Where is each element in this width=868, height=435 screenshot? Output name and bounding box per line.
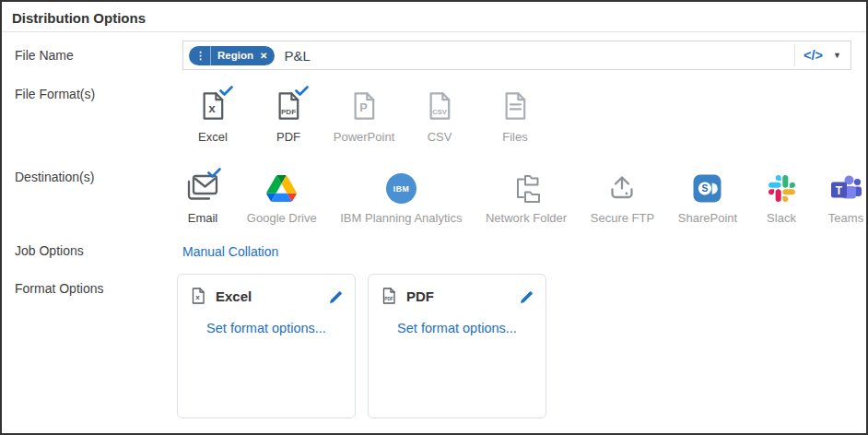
- destination-ibm-planning-analytics[interactable]: IBM IBM Planning Analytics: [341, 170, 463, 225]
- format-option-powerpoint[interactable]: P PowerPoint: [334, 87, 394, 144]
- pencil-icon: [328, 288, 344, 304]
- format-options-row: Format Options x Excel: [2, 274, 866, 418]
- file-name-row: File Name ⋮ Region ✕ P&L </> ▼: [2, 41, 866, 70]
- slack-icon: [768, 170, 795, 206]
- job-options-row: Job Options Manual Collation: [2, 243, 866, 260]
- chevron-down-icon[interactable]: ▼: [831, 49, 843, 62]
- check-icon: [207, 165, 221, 182]
- set-pdf-format-options-link[interactable]: Set format options...: [380, 321, 534, 335]
- edit-excel-format-button[interactable]: [328, 288, 344, 304]
- file-name-label: File Name: [2, 41, 182, 70]
- distribution-options-panel: Distribution Options File Name ⋮ Region …: [0, 0, 868, 435]
- svg-text:CSV: CSV: [432, 108, 448, 116]
- svg-text:x: x: [195, 293, 200, 301]
- powerpoint-file-icon: P: [348, 87, 380, 125]
- excel-format-card: x Excel Set format options...: [177, 274, 356, 418]
- pdf-file-icon: PDF: [380, 286, 398, 306]
- destination-teams[interactable]: T Teams: [826, 170, 866, 225]
- file-formats-label: File Format(s): [2, 87, 182, 101]
- file-formats-row: File Format(s) x Excel: [2, 87, 866, 144]
- svg-text:S: S: [702, 183, 709, 194]
- sharepoint-icon: S: [693, 170, 721, 206]
- manual-collation-link[interactable]: Manual Collation: [182, 244, 278, 259]
- teams-icon: T: [830, 170, 862, 206]
- google-drive-icon: [266, 170, 297, 206]
- ibm-planning-analytics-icon: IBM: [385, 170, 417, 206]
- edit-pdf-format-button[interactable]: [519, 288, 534, 304]
- file-name-value[interactable]: P&L: [284, 48, 310, 64]
- svg-text:P: P: [359, 100, 368, 114]
- destination-google-drive[interactable]: Google Drive: [247, 170, 317, 225]
- destinations-label: Destination(s): [2, 170, 182, 184]
- destinations-row: Destination(s) Email: [2, 170, 866, 225]
- format-options-label: Format Options: [2, 274, 182, 296]
- pencil-icon: [519, 288, 534, 304]
- format-option-pdf[interactable]: PDF PDF: [258, 87, 319, 144]
- secure-ftp-icon: [605, 170, 639, 206]
- check-icon: [295, 83, 309, 100]
- excel-file-icon: x: [189, 286, 207, 306]
- destination-network-folder[interactable]: Network Folder: [486, 170, 567, 225]
- remove-chip-icon[interactable]: ✕: [260, 51, 267, 61]
- format-option-files[interactable]: Files: [485, 87, 545, 144]
- svg-text:PDF: PDF: [281, 108, 296, 116]
- svg-text:IBM: IBM: [393, 183, 410, 193]
- region-token-chip[interactable]: ⋮ Region ✕: [189, 46, 275, 65]
- job-options-label: Job Options: [2, 243, 182, 258]
- file-name-input[interactable]: ⋮ Region ✕ P&L </> ▼: [182, 41, 851, 70]
- destination-email[interactable]: Email: [182, 170, 223, 225]
- drag-handle-icon[interactable]: ⋮: [189, 46, 211, 65]
- files-icon: [499, 87, 531, 125]
- svg-text:x: x: [208, 101, 216, 115]
- card-title: Excel: [216, 288, 252, 304]
- input-divider: [794, 44, 795, 66]
- destination-slack[interactable]: Slack: [761, 170, 802, 225]
- set-excel-format-options-link[interactable]: Set format options...: [189, 321, 344, 335]
- page-title: Distribution Options: [2, 2, 866, 32]
- format-option-csv[interactable]: CSV CSV: [409, 87, 470, 144]
- card-title: PDF: [406, 288, 434, 304]
- csv-file-icon: CSV: [424, 87, 455, 125]
- format-option-excel[interactable]: x Excel: [182, 87, 243, 144]
- svg-text:PDF: PDF: [384, 297, 393, 301]
- pdf-format-card: PDF PDF Set format options...: [368, 274, 546, 418]
- destination-sharepoint[interactable]: S SharePoint: [678, 170, 737, 225]
- insert-token-icon[interactable]: </>: [803, 48, 823, 63]
- region-chip-label: Region: [217, 50, 253, 61]
- destination-secure-ftp[interactable]: Secure FTP: [591, 170, 654, 225]
- svg-text:T: T: [836, 184, 843, 197]
- check-icon: [219, 83, 233, 100]
- network-folder-icon: [510, 170, 542, 206]
